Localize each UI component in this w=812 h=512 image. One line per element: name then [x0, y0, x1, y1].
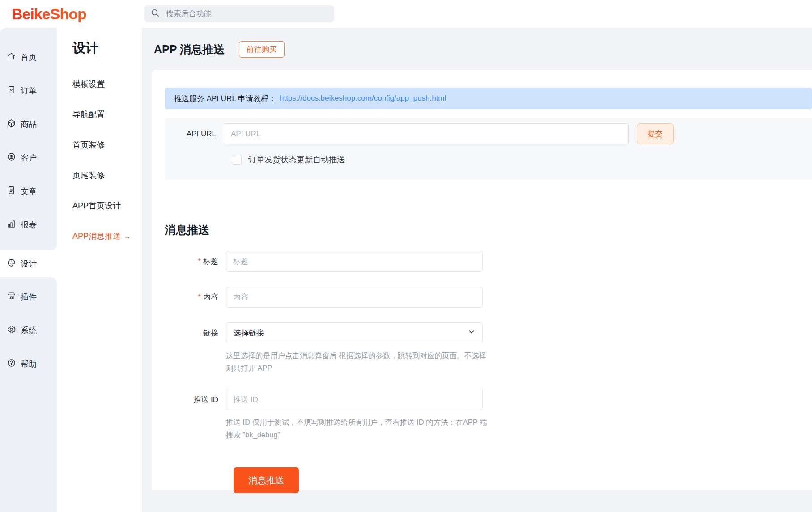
api-url-label: API URL	[165, 130, 224, 139]
submit-button[interactable]: 提交	[637, 123, 674, 144]
sidebar-item-label: 报表	[21, 220, 37, 230]
submenu-item-template-settings[interactable]: 模板设置	[72, 69, 142, 99]
required-asterisk: *	[198, 293, 201, 301]
sidebar-item-design[interactable]: 设计	[0, 250, 57, 277]
sidebar-item-customers[interactable]: 客户	[0, 141, 57, 174]
link-label: 链接	[165, 322, 226, 374]
send-push-button[interactable]: 消息推送	[234, 467, 299, 493]
submenu-item-app-push[interactable]: APP消息推送 →	[72, 221, 142, 251]
go-buy-button[interactable]: 前往购买	[239, 41, 285, 58]
app-header: BeikeShop	[0, 0, 812, 28]
sidebar-item-label: 系统	[21, 325, 37, 336]
auto-push-checkbox-label: 订单发货状态更新自动推送	[248, 154, 345, 165]
submenu-item-home-decor[interactable]: 首页装修	[72, 130, 142, 160]
sidebar-item-products[interactable]: 商品	[0, 107, 57, 141]
sidebar-item-label: 商品	[21, 119, 37, 130]
sidebar-item-articles[interactable]: 文章	[0, 174, 57, 208]
beikeshop-logo: BeikeShop	[12, 5, 115, 23]
search-icon	[150, 8, 160, 20]
icon-sidebar-lower: 插件 系统 帮助	[0, 277, 57, 512]
push-id-label: 推送 ID	[165, 389, 226, 441]
submenu-item-footer-decor[interactable]: 页尾装修	[72, 160, 142, 190]
sidebar-item-system[interactable]: 系统	[0, 313, 57, 347]
product-icon	[7, 118, 16, 130]
docs-link[interactable]: https://docs.beikeshop.com/config/app_pu…	[280, 94, 446, 103]
link-select-value: 选择链接	[234, 328, 264, 338]
sidebar-item-reports[interactable]: 报表	[0, 208, 57, 241]
content-card: 推送服务 API URL 申请教程： https://docs.beikesho…	[152, 70, 812, 490]
banner-text: 推送服务 API URL 申请教程：	[174, 93, 276, 104]
sidebar-item-label: 插件	[21, 292, 37, 302]
order-icon	[7, 85, 16, 97]
submenu-item-app-home-design[interactable]: APP首页设计	[72, 190, 142, 221]
push-id-help-text: 推送 ID 仅用于测试，不填写则推送给所有用户，查看推送 ID 的方法：在APP…	[226, 416, 489, 441]
search-bar[interactable]	[144, 5, 334, 22]
link-select[interactable]: 选择链接	[226, 322, 483, 343]
design-icon	[7, 258, 16, 270]
system-icon	[7, 325, 16, 336]
submenu-item-nav-config[interactable]: 导航配置	[72, 99, 142, 130]
info-banner: 推送服务 API URL 申请教程： https://docs.beikesho…	[165, 88, 812, 109]
push-form: *标题 *内容 链接 选择链接	[165, 251, 812, 493]
auto-push-checkbox[interactable]	[232, 155, 242, 165]
customer-icon	[7, 152, 16, 164]
title-label: *标题	[165, 251, 226, 272]
title-row: *标题	[165, 251, 812, 272]
sidebar-item-home[interactable]: 首页	[0, 40, 57, 74]
help-icon	[7, 358, 16, 370]
submenu-active-label: APP消息推送	[72, 231, 121, 241]
content-input[interactable]	[226, 287, 483, 308]
main-content: APP 消息推送 前往购买 推送服务 API URL 申请教程： https:/…	[142, 28, 812, 512]
design-submenu: 设计 模板设置 导航配置 首页装修 页尾装修 APP首页设计 APP消息推送 →	[57, 28, 142, 512]
icon-sidebar-active-band: 设计	[0, 250, 57, 277]
required-asterisk: *	[198, 257, 201, 266]
plugin-icon	[7, 291, 16, 303]
link-row: 链接 选择链接 这里选择的是用户点击消息弹窗后 根据选择的参数，跳转到对应的页面…	[165, 322, 812, 374]
content-label: *内容	[165, 287, 226, 308]
sidebar-item-label: 文章	[21, 186, 37, 197]
push-id-row: 推送 ID 推送 ID 仅用于测试，不填写则推送给所有用户，查看推送 ID 的方…	[165, 389, 812, 441]
page-header-row: APP 消息推送 前往购买	[152, 40, 812, 58]
push-id-input[interactable]	[226, 389, 483, 410]
arrow-right-icon: →	[124, 233, 131, 240]
sidebar-item-label: 首页	[21, 52, 37, 63]
icon-sidebar: 首页 订单 商品	[0, 28, 57, 512]
content-row: *内容	[165, 287, 812, 308]
api-url-row: API URL 提交	[165, 123, 812, 144]
api-url-panel: API URL 提交 订单发货状态更新自动推送	[165, 118, 812, 180]
report-icon	[7, 219, 16, 231]
title-input[interactable]	[226, 251, 483, 272]
sidebar-item-plugins[interactable]: 插件	[0, 280, 57, 313]
home-icon	[7, 51, 16, 63]
sidebar-item-label: 订单	[21, 85, 37, 96]
sidebar-item-label: 帮助	[21, 359, 37, 369]
article-icon	[7, 186, 16, 197]
sidebar-item-label: 设计	[21, 258, 37, 269]
icon-sidebar-upper: 首页 订单 商品	[0, 28, 57, 250]
chevron-down-icon	[467, 327, 476, 339]
sidebar-item-help[interactable]: 帮助	[0, 347, 57, 381]
push-section-heading: 消息推送	[165, 223, 812, 237]
link-help-text: 这里选择的是用户点击消息弹窗后 根据选择的参数，跳转到对应的页面。不选择 则只打…	[226, 349, 489, 374]
submenu-title: 设计	[72, 39, 142, 57]
sidebar-item-label: 客户	[21, 152, 37, 163]
auto-push-checkbox-row: 订单发货状态更新自动推送	[232, 154, 812, 165]
sidebar-item-orders[interactable]: 订单	[0, 74, 57, 107]
page-title: APP 消息推送	[154, 42, 225, 57]
search-input[interactable]	[165, 9, 328, 19]
api-url-input[interactable]	[224, 123, 629, 144]
